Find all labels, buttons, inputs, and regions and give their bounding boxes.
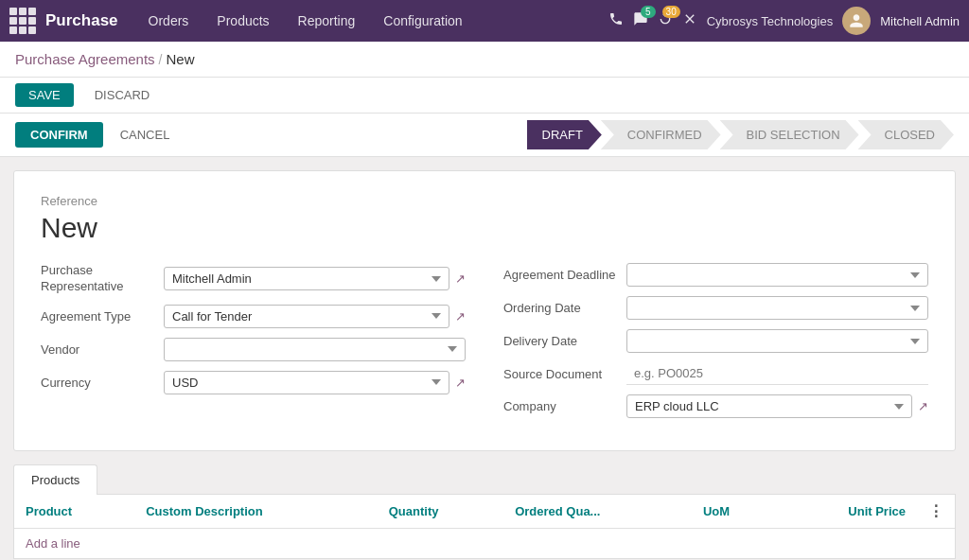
phone-icon[interactable] <box>608 11 624 30</box>
status-steps: DRAFT CONFIRMED BID SELECTION CLOSED <box>528 120 955 149</box>
agreement-type-field-wrap: Call for Tender ↗ <box>164 305 466 328</box>
refresh-icon[interactable]: 30 <box>658 11 673 30</box>
tools-icon[interactable] <box>682 11 697 30</box>
nav-products[interactable]: Products <box>203 8 282 34</box>
step-closed[interactable]: CLOSED <box>858 120 954 149</box>
company-label: Company <box>503 399 626 413</box>
agreement-type-ext-link[interactable]: ↗ <box>455 309 466 324</box>
agreement-type-row: Agreement Type Call for Tender ↗ <box>41 305 466 328</box>
delivery-date-field-wrap <box>626 329 928 353</box>
purchase-representative-field-wrap: Mitchell Admin ↗ <box>164 267 466 290</box>
status-actions: CONFIRM CANCEL <box>15 122 181 148</box>
navbar: Purchase Orders Products Reporting Confi… <box>0 0 969 42</box>
col-product: Product <box>14 495 134 529</box>
company-field-wrap: ERP cloud LLC ↗ <box>626 394 928 418</box>
step-bid-selection[interactable]: BID SELECTION <box>720 120 859 149</box>
avatar[interactable] <box>842 7 871 35</box>
agreement-deadline-row: Agreement Deadline <box>503 263 928 287</box>
breadcrumb: Purchase Agreements / New <box>0 42 969 78</box>
form-card: Reference New PurchaseRepresentative Mit… <box>13 170 956 451</box>
nav-reporting[interactable]: Reporting <box>285 8 369 34</box>
navbar-right: 5 30 Cybrosys Technologies Mitchell Admi… <box>608 7 960 35</box>
delivery-date-select[interactable] <box>626 329 928 353</box>
ordering-date-label: Ordering Date <box>503 301 626 315</box>
discard-button[interactable]: DISCARD <box>81 83 164 107</box>
status-bar: CONFIRM CANCEL DRAFT CONFIRMED BID SELEC… <box>0 114 969 157</box>
action-bar: SAVE DISCARD <box>0 78 969 114</box>
currency-field-wrap: USD ↗ <box>164 371 466 394</box>
currency-select[interactable]: USD <box>164 371 449 394</box>
cancel-button[interactable]: CANCEL <box>109 122 182 148</box>
source-document-field-wrap <box>626 362 928 385</box>
company-row: Company ERP cloud LLC ↗ <box>503 394 928 418</box>
source-document-input[interactable] <box>626 362 928 385</box>
delivery-date-row: Delivery Date <box>503 329 928 353</box>
form-grid: PurchaseRepresentative Mitchell Admin ↗ … <box>41 263 928 428</box>
company-name: Cybrosys Technologies <box>707 14 833 28</box>
vendor-label: Vendor <box>41 342 164 357</box>
nav-orders[interactable]: Orders <box>135 8 203 34</box>
col-ordered-quantity: Ordered Qua... <box>503 495 692 529</box>
col-uom: UoM <box>692 495 778 529</box>
col-actions: ⋮ <box>917 495 955 529</box>
main-content: Reference New PurchaseRepresentative Mit… <box>0 157 969 560</box>
products-table: Product Custom Description Quantity Orde… <box>13 495 956 559</box>
tabs-bar: Products <box>13 464 956 495</box>
ordering-date-select[interactable] <box>626 296 928 320</box>
col-unit-price: Unit Price <box>778 495 917 529</box>
currency-row: Currency USD ↗ <box>41 371 466 394</box>
vendor-select[interactable] <box>164 338 466 361</box>
nav-configuration[interactable]: Configuration <box>370 8 475 34</box>
purchase-representative-row: PurchaseRepresentative Mitchell Admin ↗ <box>41 263 466 295</box>
step-confirmed[interactable]: CONFIRMED <box>601 120 721 149</box>
agreement-type-label: Agreement Type <box>41 309 164 324</box>
breadcrumb-separator: / <box>159 52 163 67</box>
agreement-deadline-label: Agreement Deadline <box>503 268 626 282</box>
step-draft[interactable]: DRAFT <box>527 120 602 149</box>
tab-products[interactable]: Products <box>13 464 97 495</box>
delivery-date-label: Delivery Date <box>503 334 626 348</box>
purchase-representative-ext-link[interactable]: ↗ <box>455 271 466 286</box>
col-quantity: Quantity <box>378 495 503 529</box>
breadcrumb-parent[interactable]: Purchase Agreements <box>15 51 155 67</box>
vendor-row: Vendor <box>41 338 466 361</box>
agreement-type-select[interactable]: Call for Tender <box>164 305 449 328</box>
purchase-representative-label: PurchaseRepresentative <box>41 263 164 295</box>
reference-label: Reference <box>41 194 928 208</box>
breadcrumb-current: New <box>166 51 194 67</box>
navbar-menu: Orders Products Reporting Configuration <box>135 8 603 34</box>
chat-icon[interactable]: 5 <box>633 11 648 30</box>
vendor-field-wrap <box>164 338 466 361</box>
source-document-label: Source Document <box>503 367 626 381</box>
company-ext-link[interactable]: ↗ <box>918 399 928 413</box>
add-line-button[interactable]: Add a line <box>14 529 92 558</box>
apps-grid-icon[interactable] <box>9 8 36 34</box>
agreement-deadline-select[interactable] <box>626 263 928 287</box>
currency-label: Currency <box>41 376 164 390</box>
ordering-date-row: Ordering Date <box>503 296 928 320</box>
col-custom-description: Custom Description <box>134 495 378 529</box>
confirm-button[interactable]: CONFIRM <box>15 122 103 148</box>
user-name: Mitchell Admin <box>880 14 960 28</box>
reference-value: New <box>41 212 928 244</box>
refresh-badge: 30 <box>662 6 680 18</box>
chat-badge: 5 <box>641 6 656 18</box>
company-select[interactable]: ERP cloud LLC <box>626 394 912 418</box>
form-left-col: PurchaseRepresentative Mitchell Admin ↗ … <box>41 263 466 428</box>
agreement-deadline-field-wrap <box>626 263 928 287</box>
purchase-representative-select[interactable]: Mitchell Admin <box>164 267 449 290</box>
source-document-row: Source Document <box>503 362 928 385</box>
save-button[interactable]: SAVE <box>15 83 74 107</box>
app-brand[interactable]: Purchase <box>45 11 118 30</box>
currency-ext-link[interactable]: ↗ <box>455 376 466 390</box>
form-right-col: Agreement Deadline Ordering Date <box>503 263 928 428</box>
ordering-date-field-wrap <box>626 296 928 320</box>
